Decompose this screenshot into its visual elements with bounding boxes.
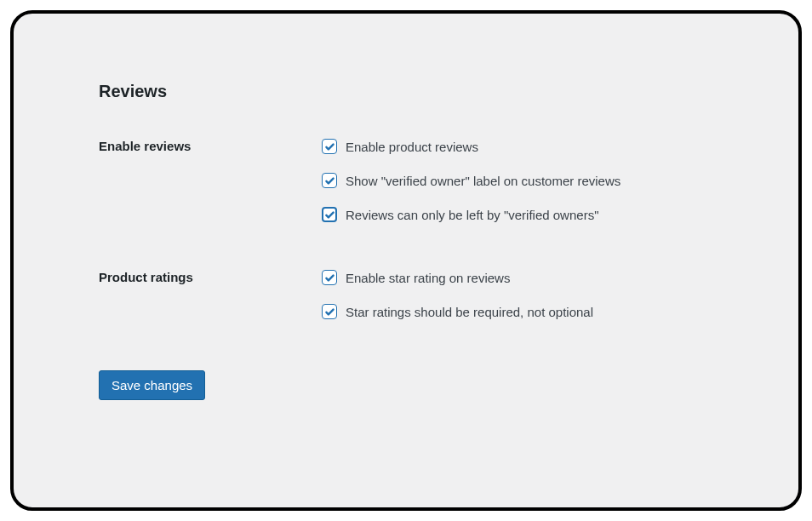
- option-enable-product-reviews: Enable product reviews: [322, 139, 620, 154]
- section-heading-reviews: Reviews: [99, 82, 713, 101]
- check-icon: [324, 175, 335, 186]
- row-product-ratings: Product ratings Enable star rating on re…: [99, 270, 713, 319]
- row-controls-product-ratings: Enable star rating on reviews Star ratin…: [322, 270, 593, 319]
- checkbox-enable-star-rating[interactable]: [322, 270, 337, 285]
- checkbox-label-reviews-verified-owners-only[interactable]: Reviews can only be left by "verified ow…: [346, 208, 598, 222]
- option-show-verified-owner-label: Show "verified owner" label on customer …: [322, 173, 620, 188]
- check-icon: [324, 209, 335, 220]
- row-enable-reviews: Enable reviews Enable product reviews Sh…: [99, 139, 713, 222]
- save-changes-button[interactable]: Save changes: [99, 370, 205, 400]
- checkbox-enable-product-reviews[interactable]: [322, 139, 337, 154]
- checkbox-show-verified-owner-label[interactable]: [322, 173, 337, 188]
- option-enable-star-rating: Enable star rating on reviews: [322, 270, 593, 285]
- checkbox-label-star-rating-required[interactable]: Star ratings should be required, not opt…: [346, 305, 593, 319]
- check-icon: [324, 306, 335, 318]
- option-star-rating-required: Star ratings should be required, not opt…: [322, 304, 593, 319]
- option-reviews-verified-owners-only: Reviews can only be left by "verified ow…: [322, 207, 620, 222]
- checkbox-reviews-verified-owners-only[interactable]: [322, 207, 337, 222]
- check-icon: [324, 141, 335, 152]
- settings-panel: Reviews Enable reviews Enable product re…: [10, 10, 802, 511]
- checkbox-label-enable-star-rating[interactable]: Enable star rating on reviews: [346, 271, 510, 285]
- check-icon: [324, 272, 335, 283]
- row-label-product-ratings: Product ratings: [99, 270, 322, 284]
- row-label-enable-reviews: Enable reviews: [99, 139, 322, 153]
- checkbox-label-show-verified-owner-label[interactable]: Show "verified owner" label on customer …: [346, 174, 620, 188]
- checkbox-label-enable-product-reviews[interactable]: Enable product reviews: [346, 140, 478, 154]
- checkbox-star-rating-required[interactable]: [322, 304, 337, 319]
- row-controls-enable-reviews: Enable product reviews Show "verified ow…: [322, 139, 620, 222]
